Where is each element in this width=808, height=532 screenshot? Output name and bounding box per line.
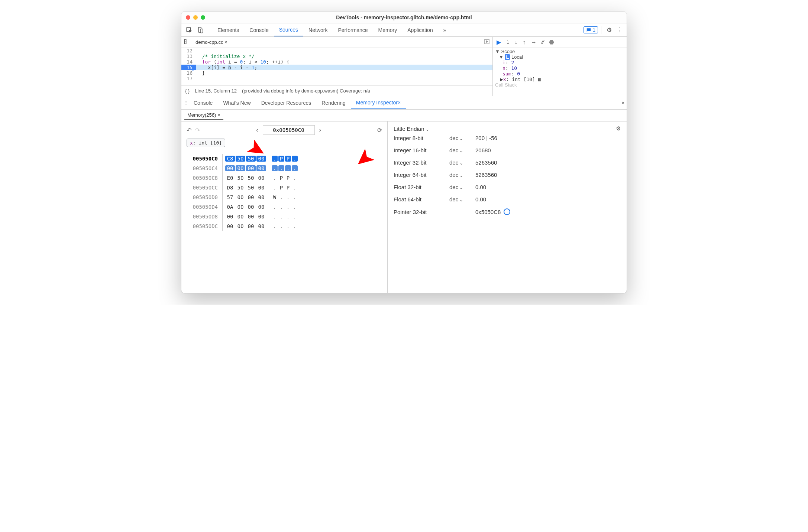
value-row: Float 64-bitdec0.00 <box>394 193 621 205</box>
memory-tab[interactable]: Memory(256) × <box>184 111 223 120</box>
tab-application[interactable]: Application <box>402 23 438 36</box>
traffic-lights <box>186 15 205 20</box>
scope-var-x[interactable]: ▶x: int [10] ▦ <box>495 77 624 82</box>
goto-address-icon[interactable]: → <box>504 208 510 215</box>
address-input[interactable] <box>263 125 315 135</box>
step-out-icon[interactable]: ↑ <box>523 39 526 46</box>
redo-icon[interactable]: ↷ <box>195 127 200 134</box>
value-row: Integer 64-bitdec5263560 <box>394 169 621 181</box>
hex-row[interactable]: 005050DC00000000.... <box>187 221 382 231</box>
hex-row[interactable]: 005050C400000000.... <box>187 163 382 173</box>
close-icon[interactable]: × <box>224 39 227 45</box>
code-viewer[interactable]: 12 13 /* initialize x */14 for (int i = … <box>181 48 492 85</box>
drawer-tab-developer-resources[interactable]: Developer Resources <box>256 96 317 109</box>
step-into-icon[interactable]: ↓ <box>514 39 517 46</box>
format-select[interactable]: dec <box>449 196 475 202</box>
hex-row[interactable]: 005050D40A000000.... <box>187 202 382 212</box>
hex-row[interactable]: 005050D800000000.... <box>187 212 382 221</box>
refresh-icon[interactable]: ⟳ <box>377 127 382 134</box>
memory-inspector-body: ↶ ↷ ‹ › ⟳ x: int [10] ➤ ➤ 005050C0C85050… <box>181 121 627 293</box>
code-line[interactable]: 16 } <box>181 70 492 76</box>
format-select[interactable]: dec <box>449 159 475 166</box>
value-row: Integer 16-bitdec20680 <box>394 144 621 156</box>
callstack-header[interactable]: Call Stack <box>495 82 624 88</box>
code-line[interactable]: 15 x[i] = n - i - 1; <box>181 65 492 70</box>
pause-exc-icon[interactable]: ⬣ <box>549 39 554 46</box>
hex-row[interactable]: 005050C8E0505000.PP. <box>187 173 382 183</box>
navigator-icon[interactable] <box>184 38 190 46</box>
value: 0x5050C8 <box>475 209 501 215</box>
scope-var-sum[interactable]: sum: 0 <box>495 71 624 77</box>
tab-memory[interactable]: Memory <box>373 23 403 36</box>
close-icon[interactable]: × <box>217 112 220 118</box>
hex-row[interactable]: 005050CCD8505000.PP. <box>187 183 382 192</box>
value: 20680 <box>475 147 491 153</box>
minimize-icon[interactable] <box>193 15 198 20</box>
format-select[interactable]: dec <box>449 135 475 141</box>
value: 5263560 <box>475 159 497 166</box>
kebab-icon[interactable]: ⋮ <box>614 26 624 33</box>
code-line[interactable]: 17 <box>181 76 492 81</box>
prev-page-icon[interactable]: ‹ <box>256 127 258 133</box>
format-select[interactable]: dec <box>449 172 475 178</box>
format-select[interactable]: dec <box>449 184 475 190</box>
hex-row[interactable]: 005050D057000000W... <box>187 192 382 202</box>
more-tabs[interactable]: » <box>438 23 452 36</box>
device-icon[interactable] <box>195 27 206 33</box>
tab-elements[interactable]: Elements <box>212 23 244 36</box>
value-pane: Little Endian ⚙ Integer 8-bitdec200 | -5… <box>388 121 627 293</box>
tab-console[interactable]: Console <box>244 23 274 36</box>
value-label: Integer 64-bit <box>394 172 449 178</box>
step-over-icon[interactable]: ⤵ <box>506 39 509 46</box>
wasm-link[interactable]: demo-cpp.wasm <box>301 88 337 94</box>
scope-header[interactable]: ▼ Scope <box>495 49 624 54</box>
drawer-tabs: ⋮ ConsoleWhat's NewDeveloper ResourcesRe… <box>181 96 627 110</box>
scope-var-i[interactable]: i: 2 <box>495 60 624 65</box>
drawer-tab-memory-inspector[interactable]: Memory Inspector × <box>351 96 406 109</box>
value-label: Integer 16-bit <box>394 147 449 153</box>
value: 5263560 <box>475 172 497 178</box>
tab-sources[interactable]: Sources <box>274 23 303 36</box>
kebab-icon[interactable]: ⋮ <box>184 100 188 106</box>
pretty-print-icon[interactable]: { } <box>185 88 190 94</box>
code-line[interactable]: 12 <box>181 48 492 53</box>
drawer-tab-what-s-new[interactable]: What's New <box>218 96 256 109</box>
scope-local[interactable]: ▼ L Local <box>495 54 624 60</box>
scope-section: ▼ Scope ▼ L Local i: 2n: 10sum: 0 ▶x: in… <box>493 48 627 96</box>
cursor-position: Line 15, Column 12 <box>195 88 237 94</box>
inspect-icon[interactable] <box>184 27 195 33</box>
value: 0.00 <box>475 184 486 190</box>
status-bar: { } Line 15, Column 12 (provided via deb… <box>181 85 492 96</box>
value-label: Integer 8-bit <box>394 135 449 141</box>
gear-icon[interactable]: ⚙ <box>616 125 621 132</box>
file-tab[interactable]: demo-cpp.cc × <box>193 38 230 46</box>
debugger-toolbar: ▶ ⤵ ↓ ↑ → ⁄⁄ ⬣ <box>493 37 627 48</box>
close-icon[interactable]: × <box>621 100 624 106</box>
devtools-window: DevTools - memory-inspector.glitch.me/de… <box>181 11 627 293</box>
memory-chip-icon[interactable]: ▦ <box>538 77 541 82</box>
tab-performance[interactable]: Performance <box>333 23 373 36</box>
close-icon[interactable] <box>186 15 190 20</box>
debugger-pane: ▶ ⤵ ↓ ↑ → ⁄⁄ ⬣ ▼ Scope ▼ L Local i: 2n: … <box>493 37 627 96</box>
endian-select[interactable]: Little Endian <box>394 126 429 132</box>
step-icon[interactable]: → <box>531 39 537 46</box>
deactivate-bp-icon[interactable]: ⁄⁄ <box>542 39 544 46</box>
scope-var-n[interactable]: n: 10 <box>495 65 624 71</box>
code-line[interactable]: 14 for (int i = 0; i < 10; ++i) { <box>181 59 492 65</box>
format-select[interactable]: dec <box>449 147 475 153</box>
undo-icon[interactable]: ↶ <box>187 127 191 134</box>
tab-network[interactable]: Network <box>303 23 333 36</box>
resume-icon[interactable]: ▶ <box>497 39 501 46</box>
zoom-icon[interactable] <box>201 15 205 20</box>
code-line[interactable]: 13 /* initialize x */ <box>181 53 492 59</box>
run-snippet-icon[interactable] <box>484 38 490 46</box>
hex-table[interactable]: 005050C0C8505000.PP.005050C400000000....… <box>187 154 382 231</box>
drawer-tab-rendering[interactable]: Rendering <box>316 96 351 109</box>
main-tabs: ElementsConsoleSourcesNetworkPerformance… <box>181 23 627 37</box>
close-icon[interactable]: × <box>398 100 401 106</box>
object-chip[interactable]: x: int [10] <box>187 139 225 147</box>
next-page-icon[interactable]: › <box>319 127 321 133</box>
gear-icon[interactable]: ⚙ <box>604 26 614 33</box>
drawer-tab-console[interactable]: Console <box>188 96 218 109</box>
messages-badge[interactable]: 1 <box>584 26 598 33</box>
